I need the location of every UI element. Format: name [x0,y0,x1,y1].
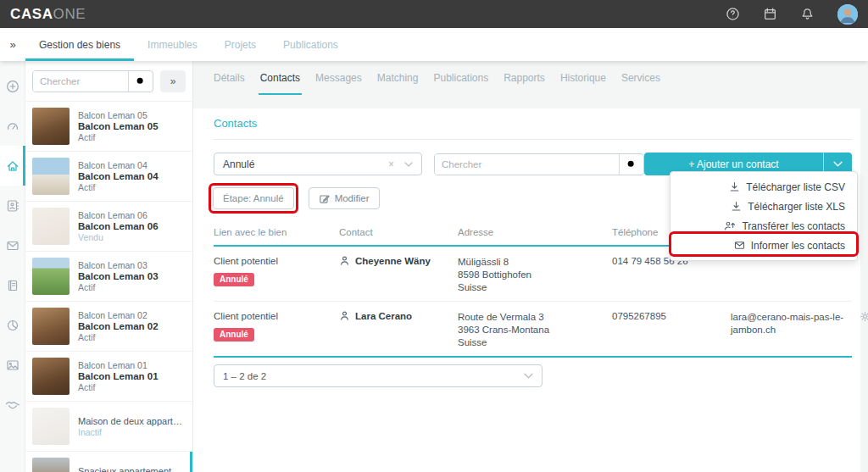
tab-immeubles[interactable]: Immeubles [134,28,211,61]
email-address: lara@cerano-mais-pas-le-jambon.ch [731,311,860,349]
contact-search-input[interactable] [435,154,619,175]
list-item[interactable]: Balcon Leman 05Balcon Leman 05Actif [25,101,192,151]
modify-button[interactable]: Modifier [309,187,380,209]
icon-rail [0,61,25,472]
property-title: Spacieux appartement de stan... [78,466,186,472]
gauge-icon [6,119,19,133]
download-icon [729,181,740,192]
tab-contacts[interactable]: Contacts [253,61,308,95]
contact-name[interactable]: Cheyenne Wäny [355,256,431,266]
tab-rapports[interactable]: Rapports [496,61,553,95]
address-line: Suisse [458,336,612,349]
stage-filter-value: Annulé [223,158,254,170]
pie-chart-icon [6,319,19,332]
logo-light: ONE [53,6,86,22]
property-thumbnail [32,108,70,145]
list-item-selected[interactable]: Spacieux appartement de stan...Actif [25,451,192,472]
list-item[interactable]: Balcon Leman 03Balcon Leman 03Actif [25,251,192,301]
contact-name[interactable]: Lara Cerano [355,311,412,321]
expand-panel-button[interactable]: » [160,70,186,92]
rail-item-properties[interactable] [0,146,25,186]
casaone-logo[interactable]: CASAONE [10,6,86,23]
gear-icon[interactable] [860,311,868,322]
menu-item-transfer-contacts[interactable]: Transférer les contacts [670,216,857,236]
detail-tab-bar: Détails Contacts Messages Matching Publi… [193,61,868,95]
menu-item-informer-contacts[interactable]: Informer les contacts [670,236,857,255]
property-title: Balcon Leman 03 [78,260,159,270]
list-item[interactable]: Maison de deux appartementsInactif [25,401,192,451]
rail-item-dashboard[interactable] [0,106,25,146]
property-thumbnail [32,458,70,472]
tab-messages[interactable]: Messages [308,61,370,95]
status-badge: Inactif [78,427,186,437]
user-avatar[interactable] [837,4,858,25]
tab-historique[interactable]: Historique [553,61,614,95]
rail-item-reports[interactable] [0,305,25,345]
calendar-icon[interactable] [763,7,777,21]
image-icon [6,358,19,372]
menu-item-label: Transférer les contacts [742,220,845,232]
lien-label: Client potentiel [214,311,339,321]
table-row[interactable]: Client potentielAnnulé Lara Cerano Route… [214,301,852,356]
property-name: Balcon Leman 05 [78,121,159,131]
property-title: Balcon Leman 06 [78,210,159,220]
list-item[interactable]: Balcon Leman 02Balcon Leman 02Actif [25,301,192,351]
pagination-select[interactable]: 1 – 2 de 2 [214,364,542,387]
status-badge: Actif [78,332,159,342]
list-item[interactable]: Balcon Leman 01Balcon Leman 01Actif [25,351,192,401]
help-icon[interactable] [726,7,740,21]
stage-filter-chip[interactable]: Étape: Annulé [213,187,294,209]
tab-matching[interactable]: Matching [370,61,426,95]
mail-icon [6,239,19,253]
property-title: Balcon Leman 01 [78,360,159,370]
app-window: CASAONE » Gestion des biens Immeubles Pr… [0,0,868,472]
tab-publications[interactable]: Publications [270,28,352,61]
list-item[interactable]: Balcon Leman 04Balcon Leman 04Actif [25,151,192,201]
menu-item-download-csv[interactable]: Télécharger liste CSV [670,177,857,197]
person-icon [339,310,350,321]
bell-icon[interactable] [800,7,815,21]
tab-projets[interactable]: Projets [211,28,270,61]
rail-item-messages[interactable] [0,225,25,265]
property-title: Balcon Leman 02 [78,310,159,320]
collapse-nav-button[interactable]: » [0,28,25,61]
top-bar: CASAONE [0,0,868,28]
list-item[interactable]: Balcon Leman 06Balcon Leman 06Vendu [25,201,192,251]
property-name: Balcon Leman 01 [78,371,159,381]
contact-search [434,153,644,175]
status-badge: Actif [78,282,159,292]
main-panel: Détails Contacts Messages Matching Publi… [193,61,868,472]
property-thumbnail [32,358,70,395]
property-title: Balcon Leman 05 [78,110,159,120]
search-icon[interactable] [128,71,153,92]
rail-item-documents[interactable] [0,265,25,305]
menu-item-label: Télécharger liste CSV [746,181,845,193]
rail-item-contacts[interactable] [0,186,25,225]
rail-add-button[interactable] [0,66,25,106]
handshake-icon [5,398,20,412]
rail-item-partners[interactable] [0,385,25,425]
tab-services[interactable]: Services [614,61,668,95]
status-badge: Actif [78,382,159,392]
add-contact-dropdown-menu: Télécharger liste CSV Télécharger liste … [670,171,858,261]
search-icon[interactable] [619,154,643,175]
lien-label: Client potentiel [214,256,339,266]
menu-item-label: Informer les contacts [751,240,845,252]
download-icon [731,201,742,212]
property-thumbnail [32,258,70,295]
stage-filter-select[interactable]: Annulé × [214,153,422,175]
tab-publications[interactable]: Publications [426,61,496,95]
property-thumbnail [32,308,70,345]
property-sidebar: » Balcon Leman 05Balcon Leman 05Actif Ba… [25,61,193,472]
tab-details[interactable]: Détails [206,61,253,95]
phone-number: 0795267895 [612,311,731,349]
property-thumbnail [32,208,70,245]
status-badge: Vendu [78,232,159,242]
rail-item-media[interactable] [0,345,25,385]
clear-filter-icon[interactable]: × [385,158,398,170]
menu-item-download-xls[interactable]: Télécharger liste XLS [670,197,857,216]
property-search-input[interactable] [33,71,128,92]
person-icon [339,255,350,266]
col-header-adresse: Adresse [458,227,612,237]
tab-gestion-des-biens[interactable]: Gestion des biens [25,28,134,61]
